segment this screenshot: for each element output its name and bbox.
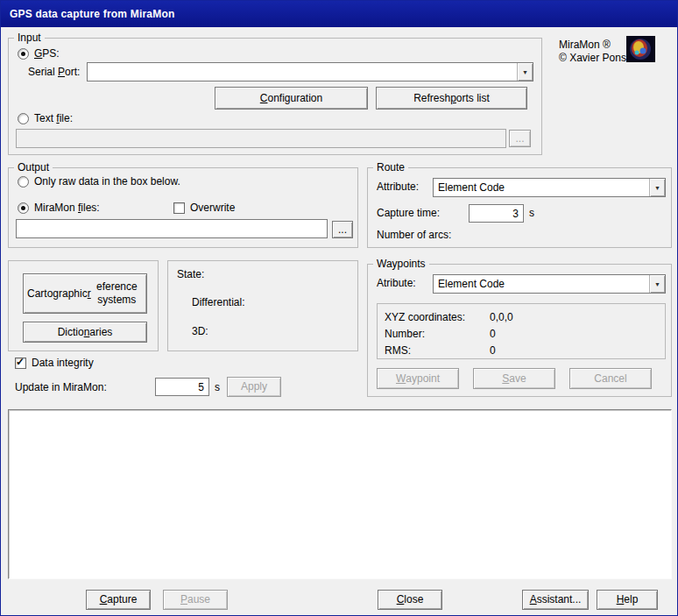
dictionaries-button[interactable]: Dictionaries xyxy=(23,322,147,343)
raw-data-radio-label: Only raw data in the box below. xyxy=(34,175,180,188)
data-integrity-checkbox-label: Data integrity xyxy=(32,357,94,369)
output-group: Output Only raw data in the box below. M… xyxy=(8,167,358,248)
update-interval-input[interactable] xyxy=(155,378,209,396)
waypoints-group-title: Waypoints xyxy=(373,258,429,270)
capture-time-unit: s xyxy=(529,207,534,219)
output-file-input[interactable] xyxy=(16,219,328,238)
input-group: Input GPS: Serial Port: ▼ Configuration … xyxy=(8,38,542,155)
capture-button[interactable]: Capture xyxy=(86,590,151,610)
overwrite-checkbox-box xyxy=(173,202,185,214)
gps-radio[interactable]: GPS: xyxy=(18,47,60,60)
gps-radio-label: GPS: xyxy=(34,47,60,60)
raw-data-radio-circle xyxy=(18,176,29,188)
miramon-copyright: © Xavier Pons xyxy=(559,52,626,64)
miramon-files-radio-label: MiraMon files: xyxy=(34,202,100,214)
output-group-title: Output xyxy=(14,161,53,173)
tools-box: Cartographic reference systems Dictionar… xyxy=(8,260,159,351)
assistant-button[interactable]: Assistant... xyxy=(522,590,589,610)
serial-port-dropdown-arrow-icon[interactable]: ▼ xyxy=(517,63,533,81)
pause-button[interactable]: Pause xyxy=(163,590,228,610)
state-label: State: xyxy=(177,268,204,280)
waypoints-attribute-dropdown-arrow-icon[interactable]: ▼ xyxy=(649,275,665,293)
output-file-browse-button[interactable]: ... xyxy=(332,221,353,238)
title-bar[interactable]: GPS data capture from MiraMon xyxy=(1,1,677,27)
cartographic-reference-button[interactable]: Cartographic reference systems xyxy=(23,273,147,314)
text-file-radio[interactable]: Text file: xyxy=(18,112,73,124)
input-group-title: Input xyxy=(14,32,45,44)
raw-data-radio[interactable]: Only raw data in the box below. xyxy=(18,175,180,188)
rms-value: 0 xyxy=(490,344,496,357)
waypoint-number-label: Number: xyxy=(385,328,490,340)
threed-label: 3D: xyxy=(192,325,208,337)
waypoint-info-box: XYZ coordinates: 0,0,0 Number: 0 RMS: 0 xyxy=(377,303,666,359)
route-attribute-value: Element Code xyxy=(434,179,649,196)
help-button[interactable]: Help xyxy=(597,590,658,610)
state-box: State: Differential: 3D: xyxy=(167,260,358,351)
waypoints-attribute-value: Element Code xyxy=(434,275,649,293)
route-attribute-dropdown-arrow-icon[interactable]: ▼ xyxy=(649,179,665,196)
cancel-button[interactable]: Cancel xyxy=(569,368,652,389)
rms-label: RMS: xyxy=(385,344,490,357)
serial-port-combobox[interactable]: ▼ xyxy=(87,62,533,81)
route-group-title: Route xyxy=(373,161,408,173)
waypoints-group: Waypoints Atribute: Element Code ▼ XYZ c… xyxy=(367,264,672,397)
gps-capture-dialog: GPS data capture from MiraMon Input GPS:… xyxy=(0,0,678,616)
window-title: GPS data capture from MiraMon xyxy=(10,8,175,20)
gps-radio-circle xyxy=(18,48,29,60)
data-integrity-checkbox[interactable]: ✓ Data integrity xyxy=(15,357,94,369)
waypoints-attribute-label: Atribute: xyxy=(377,277,416,289)
data-integrity-checkbox-box: ✓ xyxy=(15,358,26,369)
overwrite-checkbox[interactable]: Overwrite xyxy=(173,202,235,214)
waypoints-attribute-combobox[interactable]: Element Code ▼ xyxy=(433,274,666,294)
route-attribute-label: Attribute: xyxy=(377,181,419,193)
close-button[interactable]: Close xyxy=(378,590,442,610)
xyz-coordinates-value: 0,0,0 xyxy=(490,311,513,323)
xyz-coordinates-row: XYZ coordinates: 0,0,0 xyxy=(378,308,665,325)
waypoint-number-value: 0 xyxy=(490,328,496,340)
configuration-button[interactable]: Configuration xyxy=(215,87,368,110)
text-file-input[interactable] xyxy=(16,129,506,148)
checkmark-icon: ✓ xyxy=(16,356,25,368)
raw-data-output-area[interactable] xyxy=(8,409,672,579)
overwrite-checkbox-label: Overwrite xyxy=(190,202,235,214)
text-file-browse-button[interactable]: ... xyxy=(509,130,531,147)
update-interval-label: Update in MiraMon: xyxy=(15,381,107,393)
text-file-radio-label: Text file: xyxy=(34,112,73,124)
capture-time-input[interactable] xyxy=(469,204,524,223)
miramon-logo xyxy=(626,36,655,62)
rms-row: RMS: 0 xyxy=(378,342,665,358)
waypoint-number-row: Number: 0 xyxy=(378,325,665,342)
number-of-arcs-label: Number of arcs: xyxy=(377,229,451,241)
waypoint-button[interactable]: Waypoint xyxy=(377,368,459,389)
save-button[interactable]: Save xyxy=(473,368,555,389)
miramon-files-radio[interactable]: MiraMon files: xyxy=(18,202,100,214)
miramon-files-radio-circle xyxy=(18,202,29,214)
apply-button[interactable]: Apply xyxy=(227,377,281,397)
miramon-brand-name: MiraMon ® xyxy=(559,39,611,51)
text-file-radio-circle xyxy=(18,113,29,124)
route-attribute-combobox[interactable]: Element Code ▼ xyxy=(433,178,666,197)
route-group: Route Attribute: Element Code ▼ Capture … xyxy=(367,167,672,248)
serial-port-label: Serial Port: xyxy=(28,66,80,78)
differential-label: Differential: xyxy=(192,296,244,308)
xyz-coordinates-label: XYZ coordinates: xyxy=(385,311,490,323)
update-interval-unit: s xyxy=(215,381,220,393)
capture-time-label: Capture time: xyxy=(377,207,440,219)
refresh-ports-button[interactable]: Refresh ports list xyxy=(376,87,527,110)
serial-port-value xyxy=(88,63,517,81)
